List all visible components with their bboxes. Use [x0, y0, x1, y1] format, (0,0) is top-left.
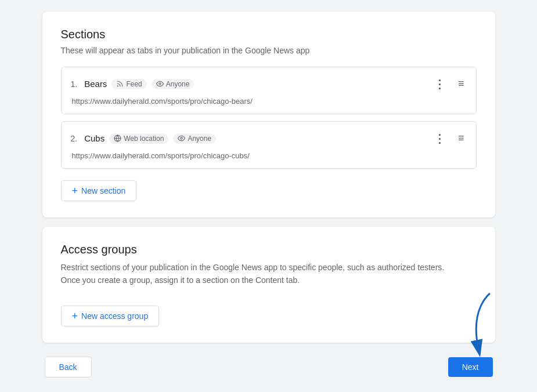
section-left-bears: 1. Bears Feed Anyone [71, 79, 194, 89]
section-controls-bears: ⋮ ≡ [431, 75, 467, 92]
more-options-cubs[interactable]: ⋮ [431, 133, 449, 144]
access-groups-title: Access groups [61, 243, 477, 256]
section-number-2: 2. [71, 134, 78, 143]
drag-icon-bears: ≡ [458, 78, 464, 90]
next-area: Next [448, 357, 493, 377]
section-row-cubs: 2. Cubs Web location Anyone ⋮ [71, 130, 467, 147]
new-section-button[interactable]: + New section [61, 180, 137, 201]
section-item-bears: 1. Bears Feed Anyone ⋮ [61, 67, 477, 114]
arrow-indicator [458, 291, 499, 360]
section-name-bears: Bears [84, 79, 107, 89]
sections-card: Sections These will appear as tabs in yo… [42, 12, 495, 217]
new-section-label: New section [81, 186, 125, 195]
drag-icon-cubs: ≡ [458, 132, 464, 144]
plus-icon-section: + [72, 186, 78, 196]
three-dots-icon-bears: ⋮ [434, 81, 446, 87]
access-badge-bears: Anyone [152, 79, 194, 89]
sections-subtitle: These will appear as tabs in your public… [61, 46, 477, 55]
svg-point-0 [118, 86, 118, 86]
feed-badge-cubs: Web location [109, 133, 168, 144]
section-name-cubs: Cubs [84, 133, 104, 143]
new-access-group-button[interactable]: + New access group [61, 306, 160, 326]
feed-icon [116, 80, 124, 88]
main-container: Sections These will appear as tabs in yo… [42, 12, 495, 378]
access-badge-cubs: Anyone [173, 133, 216, 144]
new-access-group-label: New access group [81, 311, 148, 321]
sections-title: Sections [61, 28, 477, 41]
section-url-cubs: https://www.dailyherald.com/sports/pro/c… [71, 151, 467, 160]
web-icon [114, 135, 121, 142]
section-url-bears: https://www.dailyherald.com/sports/pro/c… [71, 97, 467, 106]
next-button[interactable]: Next [448, 357, 493, 377]
section-controls-cubs: ⋮ ≡ [431, 130, 467, 147]
access-groups-description: Restrict sections of your publication in… [61, 261, 456, 287]
section-left-cubs: 2. Cubs Web location Anyone [71, 133, 217, 144]
eye-icon-bears [156, 80, 164, 88]
more-options-bears[interactable]: ⋮ [431, 79, 449, 89]
section-number-1: 1. [71, 79, 78, 89]
eye-icon-cubs [178, 135, 185, 142]
three-dots-icon-cubs: ⋮ [434, 136, 446, 141]
feed-badge-bears: Feed [111, 79, 146, 89]
plus-icon-access: + [72, 311, 78, 321]
access-groups-card: Access groups Restrict sections of your … [42, 227, 495, 343]
back-button[interactable]: Back [45, 357, 92, 378]
svg-point-1 [159, 83, 161, 85]
drag-handle-bears[interactable]: ≡ [456, 75, 467, 92]
footer-row: Back Next [42, 357, 495, 378]
svg-point-4 [181, 137, 182, 139]
drag-handle-cubs[interactable]: ≡ [456, 130, 467, 147]
section-item-cubs: 2. Cubs Web location Anyone ⋮ [61, 121, 477, 169]
section-row-bears: 1. Bears Feed Anyone ⋮ [71, 75, 467, 92]
